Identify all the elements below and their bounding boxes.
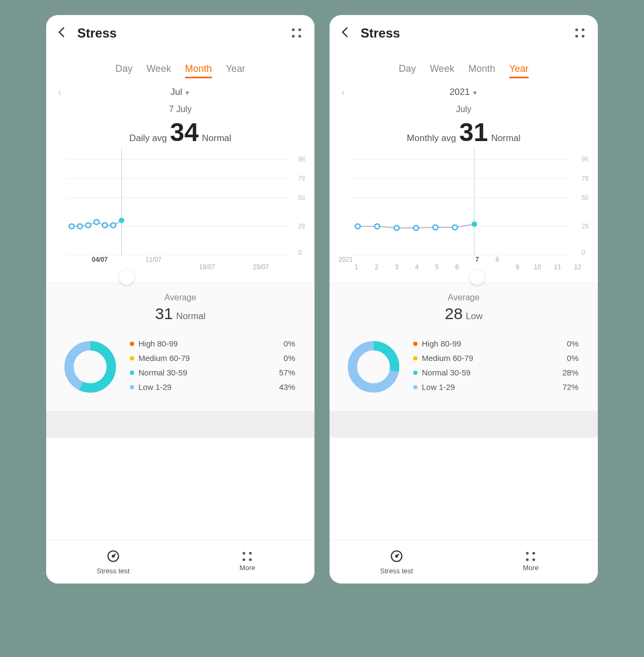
svg-point-13 — [86, 223, 91, 228]
tab-day[interactable]: Day — [399, 63, 416, 78]
caret-down-icon: ▼ — [184, 90, 190, 96]
svg-text:99: 99 — [298, 156, 305, 163]
average-value: 31 — [155, 305, 173, 323]
big-stat-lead: Daily avg — [129, 133, 167, 144]
bottom-bar: Stress test More — [330, 540, 598, 584]
collapse-icon[interactable] — [292, 28, 302, 38]
summary-panel: Average 31 Normal High 80-990% Medium 60… — [46, 283, 314, 411]
svg-text:79: 79 — [298, 175, 305, 182]
timeline-handle[interactable] — [470, 270, 485, 285]
svg-point-34 — [375, 224, 379, 229]
collapse-icon[interactable] — [575, 28, 585, 38]
summary-panel: Average 28 Low High 80-990% Medium 60-79… — [330, 283, 598, 411]
x-tick: 7 — [475, 256, 479, 263]
legend-row: High 80-990% — [130, 339, 298, 348]
tab-week[interactable]: Week — [147, 63, 171, 78]
more-icon — [526, 552, 536, 562]
average-label: Average — [340, 293, 587, 302]
x-tick: 18/07 — [199, 263, 215, 271]
period-row: ‹ 2021▼ › — [330, 78, 598, 98]
svg-text:99: 99 — [582, 156, 588, 163]
back-icon[interactable] — [339, 25, 353, 41]
period-label: 2021 — [450, 87, 470, 97]
x-tick: 6 — [455, 263, 459, 271]
period-tabs: Day Week Month Year — [46, 63, 314, 78]
big-stat: Monthly avg 31 Normal — [330, 120, 598, 145]
x-tick: 5 — [435, 263, 439, 271]
stress-test-button[interactable]: Stress test — [46, 540, 180, 584]
svg-point-36 — [414, 226, 419, 231]
period-picker[interactable]: 2021▼ — [345, 87, 583, 98]
svg-point-39 — [472, 222, 477, 227]
chevron-left-icon[interactable]: ‹ — [341, 86, 345, 98]
svg-text:79: 79 — [582, 175, 588, 182]
distribution: High 80-990% Medium 60-790% Normal 30-59… — [340, 339, 587, 397]
tab-month[interactable]: Month — [185, 63, 212, 78]
average-category: Low — [466, 311, 482, 322]
screen-month: Stress Day Week Month Year ‹ Jul▼ › 7 Ju… — [46, 15, 314, 584]
x-tick: 11 — [554, 263, 561, 271]
more-button[interactable]: More — [180, 540, 314, 584]
period-row: ‹ Jul▼ › — [46, 78, 314, 98]
legend-row: Low 1-2943% — [130, 382, 298, 392]
stress-line-chart[interactable]: 99 79 59 29 0 — [46, 149, 314, 256]
page-title: Stress — [361, 26, 400, 41]
svg-text:0: 0 — [582, 249, 586, 256]
tab-year[interactable]: Year — [509, 63, 529, 78]
legend-row: Normal 30-5928% — [413, 368, 582, 377]
svg-point-11 — [69, 224, 74, 229]
distribution-donut-icon — [62, 339, 118, 397]
legend-row: Low 1-2972% — [413, 382, 582, 392]
back-icon[interactable] — [56, 25, 70, 41]
period-label: Jul — [171, 87, 182, 97]
tab-week[interactable]: Week — [430, 63, 455, 78]
stress-test-button[interactable]: Stress test — [330, 540, 464, 584]
svg-point-14 — [94, 220, 99, 225]
screen-year: Stress Day Week Month Year ‹ 2021▼ › Jul… — [330, 15, 598, 584]
timeline-handle[interactable] — [119, 270, 134, 285]
svg-text:0: 0 — [298, 249, 302, 256]
x-tick: 12 — [574, 263, 581, 271]
average-category: Normal — [176, 311, 206, 322]
svg-point-12 — [77, 224, 82, 229]
svg-point-43 — [396, 555, 397, 557]
legend-row: High 80-990% — [413, 339, 582, 348]
x-tick: 1 — [355, 263, 358, 271]
average-row: 28 Low — [340, 305, 587, 323]
more-icon — [243, 552, 252, 562]
svg-point-38 — [452, 225, 457, 230]
big-stat-value: 31 — [459, 120, 488, 145]
svg-point-21 — [112, 555, 114, 557]
legend-row: Medium 60-790% — [130, 353, 298, 363]
svg-text:29: 29 — [298, 223, 305, 230]
chevron-left-icon[interactable]: ‹ — [58, 86, 62, 98]
big-stat: Daily avg 34 Normal — [46, 120, 314, 145]
more-button[interactable]: More — [464, 540, 598, 584]
svg-point-35 — [394, 226, 399, 231]
stress-line-chart[interactable]: 99 79 59 29 0 — [330, 149, 598, 256]
svg-text:59: 59 — [298, 194, 305, 202]
x-tick: 25/07 — [253, 263, 269, 271]
gauge-icon — [390, 549, 404, 565]
sub-period: July — [330, 105, 598, 114]
tab-month[interactable]: Month — [469, 63, 495, 78]
sub-period: 7 July — [46, 105, 314, 114]
big-stat-category: Normal — [202, 133, 231, 144]
page-title: Stress — [77, 26, 116, 41]
gauge-icon — [106, 549, 120, 565]
topbar: Stress — [330, 15, 598, 47]
tab-day[interactable]: Day — [115, 63, 133, 78]
x-tick: 2021 — [339, 256, 353, 263]
average-value: 28 — [445, 305, 463, 323]
period-picker[interactable]: Jul▼ — [62, 87, 299, 98]
period-tabs: Day Week Month Year — [330, 63, 598, 78]
tab-year[interactable]: Year — [226, 63, 245, 78]
big-stat-lead: Monthly avg — [407, 133, 456, 144]
x-tick: 2 — [375, 263, 378, 271]
x-axis[interactable]: 04/07 11/07 18/07 25/07 — [46, 256, 314, 280]
x-tick: 10 — [534, 263, 541, 271]
x-tick: 9 — [516, 263, 519, 271]
svg-text:29: 29 — [582, 223, 588, 230]
x-axis[interactable]: 2021 1 2 3 4 5 6 7 8 9 10 11 12 — [330, 256, 598, 280]
distribution: High 80-990% Medium 60-790% Normal 30-59… — [57, 339, 304, 397]
